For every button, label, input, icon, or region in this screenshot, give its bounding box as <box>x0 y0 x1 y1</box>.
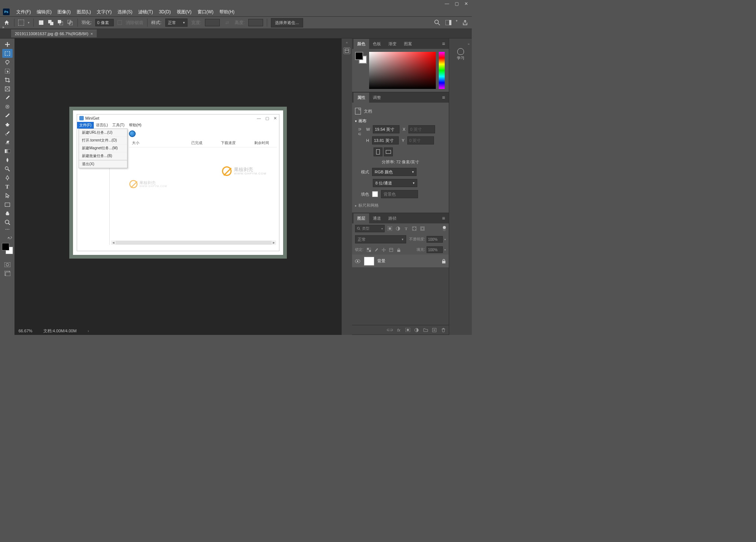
edit-toolbar-icon[interactable]: ⋯ <box>2 227 13 232</box>
color-picker-field[interactable] <box>369 52 436 89</box>
selection-intersect-icon[interactable] <box>66 19 74 26</box>
pen-tool[interactable] <box>2 173 13 182</box>
dodge-tool[interactable] <box>2 164 13 173</box>
zoom-value[interactable]: 66.67% <box>19 329 32 333</box>
eyedropper-tool[interactable] <box>2 93 13 102</box>
panel-menu-icon[interactable]: ≡ <box>440 41 447 47</box>
zoom-tool[interactable] <box>2 218 13 227</box>
lock-transparency-icon[interactable] <box>367 247 372 252</box>
fill-select[interactable]: 背景色 <box>381 190 418 198</box>
gradient-tool[interactable] <box>2 147 13 156</box>
layer-name[interactable]: 背景 <box>377 258 439 264</box>
menu-select[interactable]: 选择(S) <box>115 7 135 17</box>
quick-mask-icon[interactable] <box>2 260 13 269</box>
history-panel-icon[interactable] <box>344 47 350 54</box>
layer-style-icon[interactable]: fx <box>396 327 401 333</box>
menu-file[interactable]: 文件(F) <box>13 7 34 17</box>
link-layers-icon[interactable]: ⊂⊃ <box>387 327 392 333</box>
feather-input[interactable] <box>95 19 114 26</box>
lasso-tool[interactable] <box>2 58 13 67</box>
bit-depth-select[interactable]: 8 位/通道▾ <box>373 179 417 187</box>
orientation-landscape-button[interactable] <box>384 147 393 156</box>
panel-menu-icon[interactable]: ≡ <box>440 94 447 100</box>
document-info[interactable]: 文档:4.00M/4.00M <box>43 328 76 334</box>
collapse-handle-icon[interactable]: « <box>346 41 348 44</box>
y-input[interactable] <box>407 136 434 144</box>
chevron-down-icon[interactable]: ▾ <box>456 19 458 26</box>
hand-tool[interactable] <box>2 209 13 218</box>
filter-shape-icon[interactable] <box>411 226 417 232</box>
properties-tab[interactable]: 属性 <box>354 93 369 103</box>
gradients-tab[interactable]: 渐变 <box>385 39 400 49</box>
canvas[interactable]: MiniGet — ▢ ✕ 文件(F) 语言(L) 工具(T) <box>69 107 287 259</box>
opacity-input[interactable] <box>427 236 443 243</box>
lock-pixels-icon[interactable] <box>374 247 379 252</box>
layer-kind-filter[interactable]: 类型 ▾ <box>355 225 385 232</box>
rectangular-marquee-tool[interactable] <box>2 49 13 58</box>
style-select[interactable]: 正常▾ <box>165 19 188 27</box>
fill-color-swatch[interactable] <box>372 191 378 197</box>
clone-stamp-tool[interactable] <box>2 120 13 129</box>
healing-brush-tool[interactable] <box>2 102 13 111</box>
selection-new-icon[interactable] <box>37 19 45 26</box>
menu-type[interactable]: 文字(Y) <box>94 7 115 17</box>
document-tab[interactable]: 20191110081637.jpg @ 66.7%(RGB/8#) × <box>11 30 97 37</box>
marquee-preset-icon[interactable] <box>18 20 24 26</box>
move-tool[interactable] <box>2 40 13 49</box>
layer-visibility-icon[interactable] <box>355 259 361 263</box>
brush-tool[interactable] <box>2 111 13 120</box>
blur-tool[interactable] <box>2 156 13 164</box>
object-selection-tool[interactable] <box>2 67 13 76</box>
swap-colors-icon[interactable] <box>2 236 13 241</box>
menu-help[interactable]: 帮助(H) <box>216 7 238 17</box>
menu-window[interactable]: 窗口(W) <box>195 7 216 17</box>
adjustment-layer-icon[interactable] <box>414 327 419 333</box>
window-close-button[interactable]: ✕ <box>464 1 469 6</box>
menu-image[interactable]: 图像(I) <box>54 7 73 17</box>
window-maximize-button[interactable]: ▢ <box>454 1 459 6</box>
selection-subtract-icon[interactable] <box>57 19 64 26</box>
channels-tab[interactable]: 通道 <box>369 213 385 223</box>
antialias-checkbox[interactable] <box>117 20 122 25</box>
panel-menu-icon[interactable]: ≡ <box>440 215 447 221</box>
group-icon[interactable] <box>423 327 428 333</box>
collapse-handle-icon[interactable]: » <box>468 42 470 46</box>
color-fg-swatch[interactable] <box>355 52 363 60</box>
hue-slider[interactable] <box>439 52 445 89</box>
color-swatches[interactable] <box>2 243 13 254</box>
orientation-portrait-button[interactable] <box>374 147 382 156</box>
rectangle-tool[interactable] <box>2 200 13 209</box>
frame-tool[interactable] <box>2 84 13 93</box>
filter-type-icon[interactable]: T <box>403 226 409 232</box>
workspace-icon[interactable] <box>445 19 452 26</box>
learn-button[interactable]: 学习 <box>457 48 464 61</box>
delete-layer-icon[interactable] <box>441 327 446 333</box>
color-tab[interactable]: 颜色 <box>354 39 369 49</box>
color-mode-select[interactable]: RGB 颜色▾ <box>372 168 417 176</box>
filter-adjustment-icon[interactable] <box>395 226 401 232</box>
close-tab-icon[interactable]: × <box>90 31 93 36</box>
layer-mask-icon[interactable] <box>405 327 410 333</box>
layer-row[interactable]: 背景 <box>352 255 449 268</box>
search-icon[interactable] <box>434 19 441 26</box>
swatches-tab[interactable]: 色板 <box>369 39 385 49</box>
filter-pixel-icon[interactable] <box>387 226 393 232</box>
canvas-section[interactable]: ▾画布 <box>355 117 446 125</box>
menu-filter[interactable]: 滤镜(T) <box>135 7 156 17</box>
link-wh-icon[interactable]: ⊃⊂ <box>358 127 361 136</box>
new-layer-icon[interactable] <box>432 327 437 333</box>
x-input[interactable] <box>408 125 435 133</box>
paths-tab[interactable]: 路径 <box>385 213 400 223</box>
toolbar-expand-icon[interactable]: » <box>2 25 7 29</box>
height-input[interactable] <box>372 136 399 144</box>
layer-lock-icon[interactable] <box>442 259 446 263</box>
share-icon[interactable] <box>461 19 469 26</box>
layer-thumbnail[interactable] <box>364 257 374 266</box>
menu-layer[interactable]: 图层(L) <box>74 7 94 17</box>
lock-artboard-icon[interactable] <box>389 247 394 252</box>
crop-tool[interactable] <box>2 76 13 84</box>
filter-toggle[interactable] <box>443 226 446 231</box>
history-brush-tool[interactable] <box>2 129 13 138</box>
type-tool[interactable]: T <box>2 182 13 191</box>
ruler-grid-section[interactable]: ▸标尺和网格 <box>355 201 446 210</box>
